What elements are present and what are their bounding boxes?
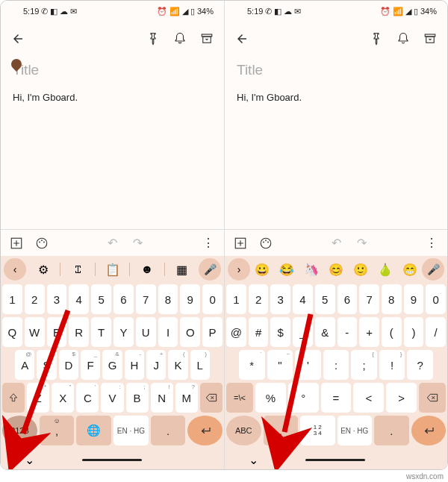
add-box-icon[interactable] <box>234 237 247 250</box>
enter-key[interactable] <box>411 416 447 445</box>
emoji-sug[interactable]: 🦄 <box>299 263 324 277</box>
num-key-6[interactable]: 6 <box>337 284 358 314</box>
expand-left-icon[interactable]: ‹ <box>4 258 26 281</box>
sym-key-7[interactable]: ( <box>382 317 402 347</box>
key-d[interactable]: D$ <box>59 350 78 380</box>
sym-key-2[interactable]: $ <box>270 317 290 347</box>
key-r[interactable]: R <box>69 317 89 347</box>
num-key-8[interactable]: 8 <box>158 284 178 314</box>
nav-keyboard-hide-icon[interactable]: ⌄ <box>249 453 258 467</box>
emoji-sug[interactable]: 😂 <box>275 263 299 277</box>
num-key-7[interactable]: 7 <box>359 284 379 314</box>
sym-key3-0[interactable]: % <box>255 383 286 413</box>
title-input[interactable]: Title <box>237 62 435 78</box>
key-h[interactable]: H- <box>125 350 144 380</box>
enter-key[interactable] <box>187 416 223 445</box>
globe-key[interactable]: 🌐 <box>76 416 111 445</box>
num-key-9[interactable]: 9 <box>404 284 424 314</box>
emoji-sug[interactable]: 😁 <box>397 263 422 277</box>
nav-home[interactable] <box>305 459 365 461</box>
key-u[interactable]: U <box>136 317 156 347</box>
sym-key3-1[interactable]: ° <box>288 383 319 413</box>
sym-key-5[interactable]: - <box>337 317 358 347</box>
pin-icon[interactable] <box>146 32 160 46</box>
undo-icon[interactable]: ↶ <box>106 237 119 250</box>
sym-key-6[interactable]: + <box>359 317 379 347</box>
key-m[interactable]: M? <box>175 383 198 413</box>
back-icon[interactable] <box>235 32 249 46</box>
sym-key2-0[interactable]: *` <box>239 350 265 380</box>
note-content[interactable]: Title Hi, I'm Gboard. <box>225 56 447 229</box>
palette-icon[interactable] <box>35 237 49 250</box>
reminder-icon[interactable] <box>173 32 187 46</box>
shift-key[interactable] <box>2 383 25 413</box>
num-key-2[interactable]: 2 <box>249 284 269 314</box>
key-j[interactable]: J+ <box>146 350 166 380</box>
space-key[interactable]: EN · HG <box>113 416 149 445</box>
mic-icon[interactable]: 🎤 <box>422 258 444 281</box>
key-q[interactable]: Q <box>2 317 22 347</box>
key-n[interactable]: N! <box>151 383 173 413</box>
sug-settings-icon[interactable]: ⚙ <box>26 263 60 277</box>
switch-symbols-key[interactable]: ?123 <box>2 416 37 445</box>
key-k[interactable]: K( <box>168 350 187 380</box>
sug-gif-icon[interactable]: ▦ <box>165 263 199 277</box>
space-key[interactable]: EN · HG <box>337 416 373 445</box>
num-key-8[interactable]: 8 <box>382 284 402 314</box>
emoji-sug[interactable]: 😀 <box>250 263 275 277</box>
sug-sticker-icon[interactable]: ☻ <box>130 263 164 276</box>
expand-right-icon[interactable]: › <box>228 258 250 281</box>
key-t[interactable]: T <box>91 317 111 347</box>
key-g[interactable]: G& <box>102 350 122 380</box>
sym-key-4[interactable]: & <box>315 317 335 347</box>
key-z[interactable]: Z* <box>27 383 49 413</box>
reminder-icon[interactable] <box>396 32 410 46</box>
body-text[interactable]: Hi, I'm Gboard. <box>237 92 435 103</box>
sym-key-9[interactable]: / <box>426 317 446 347</box>
body-text[interactable]: Hi, I'm Gboard. <box>13 92 212 103</box>
num-key-5[interactable]: 5 <box>315 284 335 314</box>
num-key-9[interactable]: 9 <box>180 284 200 314</box>
sym-key2-3[interactable]: : <box>323 350 349 380</box>
comma-key[interactable]: ☺, <box>40 416 75 445</box>
sym-key-1[interactable]: # <box>249 317 269 347</box>
numpad-key[interactable]: 1 2 3 4 <box>300 416 335 445</box>
sym-key3-3[interactable]: < <box>353 383 384 413</box>
key-c[interactable]: C' <box>76 383 99 413</box>
key-i[interactable]: I <box>158 317 178 347</box>
key-l[interactable]: L) <box>190 350 210 380</box>
num-key-3[interactable]: 3 <box>270 284 290 314</box>
sym-key2-1[interactable]: "~ <box>267 350 293 380</box>
comma-key[interactable]: , <box>264 416 299 445</box>
sym-key3-2[interactable]: = <box>321 383 352 413</box>
nav-home[interactable] <box>82 459 142 461</box>
num-key-4[interactable]: 4 <box>69 284 89 314</box>
title-input[interactable]: Title <box>13 62 212 78</box>
num-key-0[interactable]: 0 <box>426 284 446 314</box>
sym-key2-5[interactable]: !} <box>379 350 405 380</box>
num-key-1[interactable]: 1 <box>2 284 22 314</box>
more-symbols-key[interactable]: =\< <box>226 383 253 413</box>
backspace-key[interactable] <box>419 383 446 413</box>
sym-key-8[interactable]: ) <box>404 317 424 347</box>
add-box-icon[interactable] <box>10 237 23 250</box>
more-icon[interactable]: ⋮ <box>202 237 215 250</box>
sym-key-0[interactable]: @ <box>226 317 246 347</box>
undo-icon[interactable]: ↶ <box>329 237 343 250</box>
sym-key2-4[interactable]: ;{ <box>351 350 377 380</box>
num-key-2[interactable]: 2 <box>25 284 45 314</box>
num-key-1[interactable]: 1 <box>226 284 246 314</box>
emoji-sug[interactable]: 🍐 <box>373 263 397 277</box>
num-key-3[interactable]: 3 <box>47 284 67 314</box>
redo-icon[interactable]: ↷ <box>355 237 368 250</box>
key-b[interactable]: B; <box>126 383 149 413</box>
sug-clipboard-icon[interactable]: 📋 <box>96 263 129 277</box>
sym-key2-2[interactable]: ' <box>295 350 321 380</box>
note-content[interactable]: Title Hi, I'm Gboard. <box>1 56 224 229</box>
key-w[interactable]: W <box>25 317 45 347</box>
sym-key-3[interactable]: _ <box>293 317 313 347</box>
key-y[interactable]: Y <box>113 317 134 347</box>
key-x[interactable]: X" <box>52 383 74 413</box>
mic-icon[interactable]: 🎤 <box>199 258 221 281</box>
backspace-key[interactable] <box>200 383 223 413</box>
